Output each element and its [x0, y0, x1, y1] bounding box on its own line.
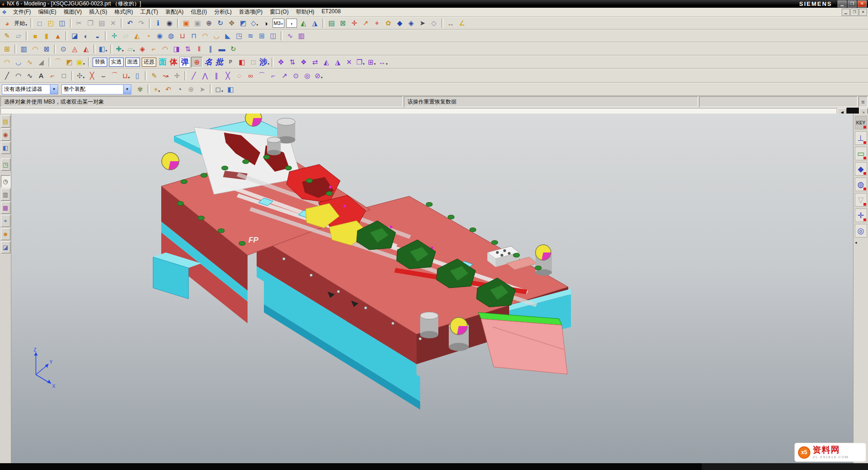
studio-surface-icon[interactable]: ◠	[2, 57, 12, 67]
die-strip-item[interactable]: ▭	[855, 147, 867, 160]
open-file-icon[interactable]: ◰	[46, 18, 56, 28]
datum-csys-icon[interactable]: ✛	[109, 31, 119, 41]
expression-icon[interactable]: ✚▾	[114, 44, 125, 54]
reorder-feature-icon[interactable]: ⇅	[183, 44, 193, 54]
dashed-circle-icon[interactable]: ◌	[234, 71, 244, 81]
pin-part-item[interactable]: ▽	[855, 193, 867, 207]
trim-curve-icon[interactable]: ╳	[87, 71, 97, 81]
pattern-feature-icon[interactable]: ⊞	[257, 31, 267, 41]
selection-filter-combo[interactable]: 没有选择过滤器 ▼	[2, 84, 58, 94]
intersect-point-icon[interactable]: ✛	[172, 71, 182, 81]
face-translucent-button[interactable]: 面透	[125, 58, 140, 67]
cylinder-curve-icon[interactable]: ▯	[132, 71, 143, 81]
menu-help[interactable]: 帮助(H)	[292, 8, 318, 16]
measure-distance-icon[interactable]: ↔	[446, 18, 456, 28]
spring-button[interactable]: 弹	[179, 57, 190, 68]
shaded-cube-icon[interactable]: ◧	[225, 84, 236, 94]
history-tab[interactable]: ◷	[1, 175, 10, 188]
key-palette-item[interactable]: KEY	[855, 116, 867, 129]
menu-view[interactable]: 视图(V)	[60, 8, 85, 16]
bridge-curve-icon[interactable]: ↝	[160, 71, 171, 81]
chevron-down-icon[interactable]: ▼	[50, 85, 58, 94]
circle-dot-icon[interactable]: ◎	[302, 71, 312, 81]
edit-params-icon[interactable]: ◠	[160, 44, 170, 54]
sketch-in-task-icon[interactable]: ▱	[13, 31, 24, 41]
find-icon[interactable]: ◉	[164, 18, 175, 28]
sweep-surface-icon[interactable]: ∿	[25, 57, 35, 67]
ray-icon[interactable]: ↗	[279, 71, 290, 81]
shell-icon[interactable]: ◳	[234, 31, 244, 41]
sketch-line-icon[interactable]: ╱	[188, 71, 199, 81]
minimize-button[interactable]: ▁	[838, 0, 847, 7]
constraint-cone-icon[interactable]: ◭	[321, 57, 332, 67]
nx-logo-icon[interactable]: ◕	[2, 18, 12, 28]
subtract-icon[interactable]: ◐	[81, 31, 91, 41]
intersect-icon[interactable]: ◒	[92, 31, 103, 41]
lift-component-icon[interactable]: ⇅	[287, 57, 298, 67]
datum-plane-icon[interactable]: ▱	[120, 31, 131, 41]
sketch-icon[interactable]: ✎	[2, 31, 12, 41]
drag-component-icon[interactable]: ❖	[298, 57, 309, 67]
pocket-icon[interactable]: ⊔	[177, 31, 188, 41]
mirror-feature-icon[interactable]: ◫	[268, 31, 278, 41]
swept-icon[interactable]: ◠	[30, 44, 40, 54]
rotate-view-icon[interactable]: ↻	[215, 18, 226, 28]
deselect-icon[interactable]: ◇	[429, 18, 439, 28]
arc-icon[interactable]: ◠	[13, 71, 24, 81]
interference-button[interactable]: 涉▾	[259, 57, 269, 67]
window-tile-icon[interactable]: ▣	[193, 18, 203, 28]
assembly-navigator-tab[interactable]: ▤	[1, 115, 10, 128]
selection-scope-combo[interactable]: 整个装配 ▼	[61, 84, 131, 94]
block-icon[interactable]: ■	[30, 31, 40, 41]
blue-columns-icon[interactable]: ∥	[205, 44, 216, 54]
transform-icon[interactable]: ◈	[406, 18, 417, 28]
palette-collapse-icon[interactable]: ◂	[855, 240, 857, 245]
split-body-icon[interactable]: ◭	[81, 44, 91, 54]
pot-icon[interactable]: ⊔▾	[121, 71, 131, 81]
revolve-icon[interactable]: ◔	[143, 31, 154, 41]
undo-selection-icon[interactable]: ↶	[163, 84, 174, 94]
divide-curve-icon[interactable]: ⌣	[98, 71, 109, 81]
child-restore-button[interactable]: ❒	[850, 9, 858, 16]
cone-icon[interactable]: ▲	[53, 31, 63, 41]
replay-icon[interactable]: ▬	[217, 44, 227, 54]
box-surface-icon[interactable]: ▣▾	[75, 57, 86, 67]
sew-icon[interactable]: ∿	[285, 31, 295, 41]
menu-analysis[interactable]: 分析(L)	[210, 8, 235, 16]
redo-icon[interactable]: ↷	[136, 18, 147, 28]
chamfer-icon[interactable]: ◣	[223, 31, 233, 41]
edit-feature-icon[interactable]: ⌐	[149, 44, 159, 54]
csys-dialog-icon[interactable]: ⌖	[372, 18, 382, 28]
unite-icon[interactable]: ◪	[69, 31, 80, 41]
block-part-item[interactable]: ◆	[855, 162, 867, 176]
menu-file[interactable]: 文件(F)	[10, 8, 35, 16]
menu-format[interactable]: 格式(R)	[111, 8, 137, 16]
menu-et2008[interactable]: ET2008	[318, 8, 344, 16]
menu-window[interactable]: 窗口(O)	[266, 8, 292, 16]
delete-component-icon[interactable]: ✕	[344, 57, 354, 67]
chevron-down-icon[interactable]: ▼	[123, 85, 131, 94]
undo-icon[interactable]: ↶	[125, 18, 135, 28]
parallel-icon[interactable]: ∥	[211, 71, 222, 81]
save-icon[interactable]: ◫	[57, 18, 68, 28]
show-hide-icon[interactable]: ◭	[298, 18, 309, 28]
thread-icon[interactable]: ≋	[245, 31, 256, 41]
info-icon[interactable]: ℹ	[153, 18, 164, 28]
start-menu-button[interactable]: 开始▾	[13, 18, 29, 28]
update-icon[interactable]: ↻	[228, 44, 238, 54]
constraint-navigator-tab[interactable]: ◉	[1, 129, 10, 141]
background-swatch[interactable]: ▾	[286, 19, 297, 28]
move-object-icon[interactable]: ◆	[395, 18, 405, 28]
measure-component-icon[interactable]: ↔▾	[378, 57, 388, 67]
suppress-feature-icon[interactable]: ◨	[171, 44, 182, 54]
offset-surface-icon[interactable]: ⊙	[58, 44, 69, 54]
plate-part-item[interactable]: ◍	[855, 178, 867, 191]
grab-icon[interactable]: ➤	[197, 84, 208, 94]
section-surface-icon[interactable]: ◢	[36, 57, 46, 67]
holder-part-item[interactable]: ◎	[855, 224, 867, 237]
two-circle-icon[interactable]: ∞	[245, 71, 256, 81]
measure-angle-icon[interactable]: ∠	[457, 18, 467, 28]
blend-icon[interactable]: ◡	[211, 31, 222, 41]
m3-view-box[interactable]: M3▾	[273, 19, 284, 28]
part-navigator-tab[interactable]: ◧	[1, 142, 10, 154]
